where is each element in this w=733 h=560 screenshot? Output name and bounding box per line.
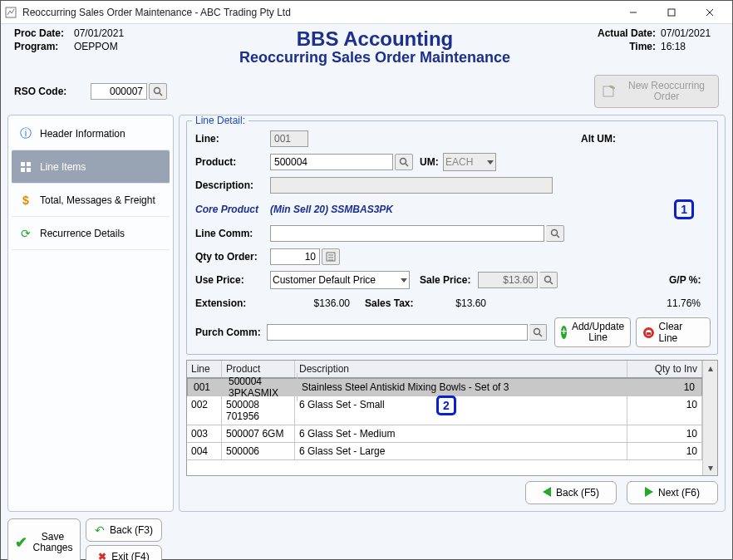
rso-search-button[interactable]: [149, 83, 167, 100]
svg-rect-11: [27, 168, 31, 172]
proc-date-value: 07/01/2021: [74, 27, 124, 39]
col-description[interactable]: Description: [295, 361, 627, 377]
app-icon: [4, 6, 17, 19]
minimize-button[interactable]: [614, 1, 652, 24]
time-label: Time:: [581, 41, 656, 52]
dollar-icon: $: [18, 193, 33, 208]
salestax-value: $13.60: [423, 297, 486, 309]
save-changes-button[interactable]: ✔ Save Changes: [7, 518, 81, 560]
col-line[interactable]: Line: [187, 361, 222, 377]
line-detail-legend: Line Detail:: [192, 115, 248, 126]
qty-label: Qty to Order:: [195, 251, 270, 263]
title: Reoccurring Sales Order Maintenance - AB…: [22, 7, 614, 18]
add-update-line-button[interactable]: + Add/Update Line: [554, 317, 631, 347]
save-label: Save Changes: [32, 532, 72, 553]
program-label: Program:: [14, 41, 74, 52]
new-reoccurring-order-button[interactable]: New Reoccurring Order: [594, 75, 719, 108]
search-icon: [550, 228, 560, 238]
table-row[interactable]: 001 500004 3PKASMIX Stainless Steel Anti…: [187, 378, 702, 396]
chevron-down-icon: [487, 160, 494, 165]
new-order-icon: [602, 84, 617, 99]
um-select[interactable]: EACH: [443, 153, 496, 171]
altum-label: Alt UM:: [581, 133, 627, 145]
program-value: OEPPOM: [74, 41, 118, 52]
search-icon: [153, 86, 163, 96]
calculator-icon: [326, 252, 336, 262]
useprice-select[interactable]: Customer Default Price: [270, 271, 410, 289]
linecomm-search-button[interactable]: [546, 225, 564, 242]
product-search-button[interactable]: [395, 154, 413, 170]
titlebar: Reoccurring Sales Order Maintenance - AB…: [1, 1, 732, 24]
qty-calc-button[interactable]: [322, 248, 340, 265]
table-row[interactable]: 003 500007 6GM 6 Glass Set - Medium 10: [187, 425, 702, 443]
svg-point-5: [155, 88, 160, 94]
sidebar-item-line-items[interactable]: Line Items: [12, 150, 170, 184]
core-product-label: Core Product: [195, 204, 270, 215]
arrow-left-icon: [543, 487, 551, 499]
um-label: UM:: [420, 156, 443, 168]
table-scrollbar[interactable]: ▴ ▾: [702, 361, 717, 475]
exit-f4-label: Exit (F4): [111, 551, 149, 560]
svg-line-21: [550, 282, 553, 284]
close-button[interactable]: [691, 1, 729, 24]
table-row[interactable]: 002 500008 701956 6 Glass Set - Small2 1…: [187, 396, 702, 425]
svg-rect-2: [668, 9, 675, 16]
new-order-label: New Reoccurring Order: [622, 81, 711, 102]
linecomm-input[interactable]: [270, 225, 544, 242]
rso-code-input[interactable]: 000007: [91, 83, 147, 100]
gp-value: 11.76%: [661, 297, 711, 309]
purchcomm-label: Purch Comm:: [195, 327, 267, 338]
purchcomm-input[interactable]: [267, 324, 528, 341]
saleprice-search-button[interactable]: [539, 272, 558, 288]
sidebar-item-header-information[interactable]: ⓘ Header Information: [12, 117, 170, 150]
proc-date-label: Proc Date:: [14, 27, 74, 39]
saleprice-input[interactable]: $13.60: [478, 272, 538, 288]
sidebar-item-label: Recurrence Details: [40, 228, 125, 239]
header: Proc Date:07/01/2021 Program:OEPPOM BBS …: [1, 24, 732, 66]
svg-point-22: [534, 329, 539, 335]
back-f3-label: Back (F3): [110, 524, 153, 536]
actual-date-label: Actual Date:: [581, 27, 656, 39]
rso-code-label: RSO Code:: [14, 86, 91, 97]
svg-line-15: [557, 235, 559, 238]
svg-line-6: [160, 93, 162, 96]
col-qty[interactable]: Qty to Inv: [627, 361, 702, 377]
exit-f4-button[interactable]: ✖ Exit (F4): [86, 545, 162, 560]
stop-icon: [643, 327, 654, 338]
line-input[interactable]: 001: [270, 130, 308, 147]
product-label: Product:: [195, 156, 270, 168]
line-items-table: Line Product Description Qty to Inv 001 …: [186, 360, 718, 476]
description-input[interactable]: [270, 177, 553, 194]
chevron-down-icon: [401, 278, 407, 282]
qty-input[interactable]: 10: [270, 248, 320, 265]
scroll-up-icon[interactable]: ▴: [703, 361, 717, 376]
svg-line-13: [406, 164, 408, 166]
next-f6-button[interactable]: Next (F6): [627, 481, 718, 504]
rso-row: RSO Code: 000007 New Reoccurring Order: [1, 66, 732, 115]
next-f6-label: Next (F6): [658, 487, 700, 499]
clear-line-button[interactable]: Clear Line: [636, 317, 711, 347]
arrow-right-icon: [645, 487, 653, 499]
sidebar-item-recurrence[interactable]: ⟳ Recurrence Details: [12, 217, 170, 250]
back-f5-button[interactable]: Back (F5): [525, 481, 617, 504]
check-icon: ✔: [15, 533, 27, 552]
saleprice-label: Sale Price:: [420, 274, 478, 286]
callout-one: 1: [674, 199, 694, 219]
content: Line Detail: Line: 001 Alt UM: Product: …: [179, 115, 726, 512]
sidebar-item-totals[interactable]: $ Total, Messages & Freight: [12, 184, 170, 217]
description-label: Description:: [195, 179, 270, 191]
svg-rect-9: [27, 162, 31, 166]
bottom-bar: ✔ Save Changes ↶ Back (F3) ✖ Exit (F4): [1, 517, 732, 560]
linecomm-label: Line Comm:: [195, 228, 270, 239]
purchcomm-search-button[interactable]: [529, 324, 547, 341]
sidebar: ⓘ Header Information Line Items $ Total,…: [7, 115, 174, 512]
gp-label: G/P %:: [669, 274, 711, 286]
svg-rect-8: [21, 162, 25, 166]
scroll-down-icon[interactable]: ▾: [703, 460, 717, 475]
maximize-button[interactable]: [652, 1, 691, 24]
search-icon: [533, 327, 543, 337]
search-icon: [544, 275, 553, 285]
back-f3-button[interactable]: ↶ Back (F3): [86, 518, 162, 542]
table-row[interactable]: 004 500006 6 Glass Set - Large 10: [187, 443, 702, 460]
product-input[interactable]: 500004: [270, 154, 393, 170]
